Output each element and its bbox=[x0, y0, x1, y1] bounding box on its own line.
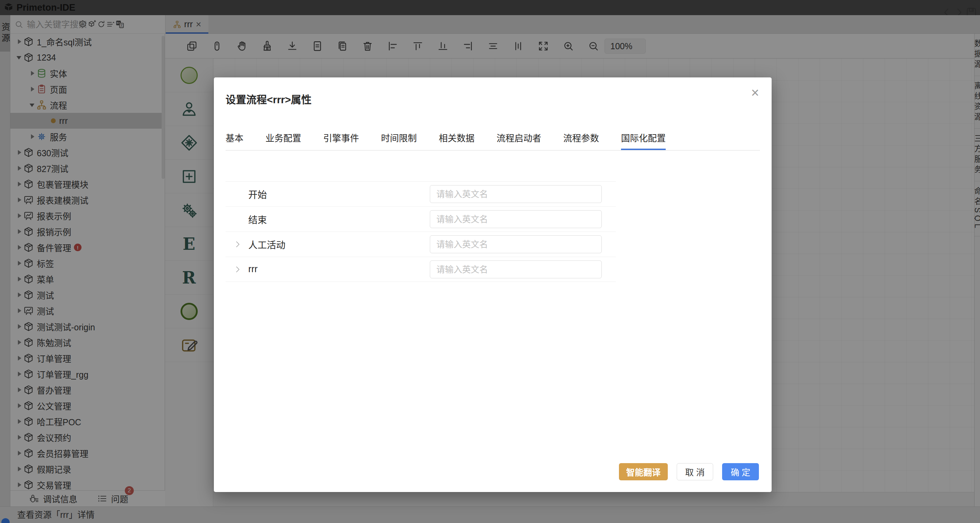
row-label: 结束 bbox=[248, 213, 267, 226]
dialog-close-icon[interactable]: × bbox=[748, 85, 763, 100]
dialog-tab-基本[interactable]: 基本 bbox=[226, 131, 243, 150]
english-name-input[interactable] bbox=[430, 185, 602, 203]
ok-button[interactable]: 确 定 bbox=[722, 463, 759, 480]
i18n-row-开始: 开始 bbox=[226, 181, 616, 206]
dialog-tab-引擎事件[interactable]: 引擎事件 bbox=[323, 131, 359, 150]
dialog-tab-时间限制[interactable]: 时间限制 bbox=[381, 131, 417, 150]
english-name-input[interactable] bbox=[430, 260, 602, 278]
dialog-title: 设置流程<rrr>属性 bbox=[226, 91, 312, 106]
cancel-button[interactable]: 取 消 bbox=[677, 463, 713, 480]
row-label: 开始 bbox=[248, 188, 267, 201]
application-window: Primeton-IDE 资源 输入关键字搜索 AIEn文 1_命名sql测试1… bbox=[0, 0, 980, 523]
i18n-row-结束: 结束 bbox=[226, 206, 616, 231]
expand-chevron-icon[interactable] bbox=[233, 265, 242, 274]
smart-translate-button[interactable]: 智能翻译 bbox=[619, 463, 668, 480]
i18n-row-rrr: rrr bbox=[226, 257, 616, 282]
dialog-tab-国际化配置[interactable]: 国际化配置 bbox=[621, 131, 666, 150]
dialog-tabs: 基本业务配置引擎事件时间限制相关数据流程启动者流程参数国际化配置 bbox=[226, 131, 760, 151]
dialog-tab-流程启动者[interactable]: 流程启动者 bbox=[496, 131, 541, 150]
row-label: rrr bbox=[248, 264, 258, 274]
dialog-tab-流程参数[interactable]: 流程参数 bbox=[563, 131, 599, 150]
dialog-tab-相关数据[interactable]: 相关数据 bbox=[439, 131, 474, 150]
i18n-row-人工活动: 人工活动 bbox=[226, 231, 616, 257]
dialog-footer: 智能翻译 取 消 确 定 bbox=[619, 463, 759, 480]
english-name-input[interactable] bbox=[430, 210, 602, 228]
row-label: 人工活动 bbox=[248, 238, 285, 251]
dialog-tab-业务配置[interactable]: 业务配置 bbox=[266, 131, 301, 150]
english-name-input[interactable] bbox=[430, 235, 602, 253]
flow-properties-dialog: 设置流程<rrr>属性 × 基本业务配置引擎事件时间限制相关数据流程启动者流程参… bbox=[214, 77, 772, 492]
expand-chevron-icon[interactable] bbox=[233, 240, 242, 249]
i18n-config-table: 开始结束人工活动rrr bbox=[226, 181, 616, 282]
